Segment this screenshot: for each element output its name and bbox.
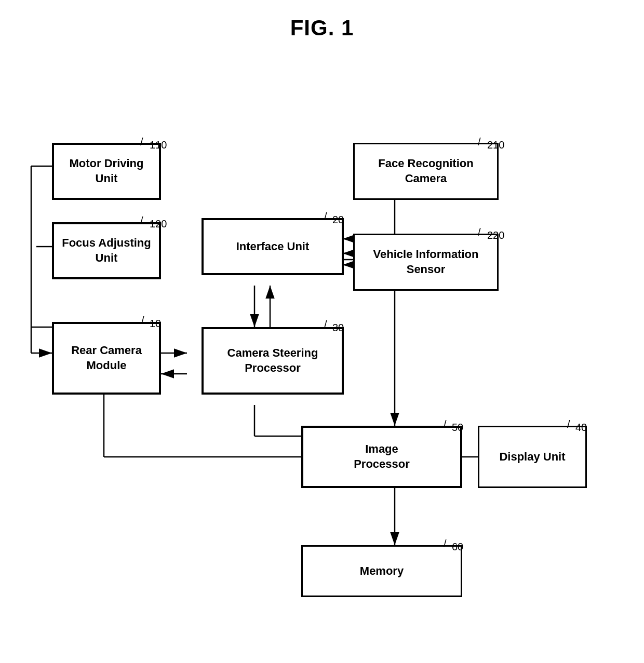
memory-ref: 60 bbox=[452, 541, 463, 553]
camera-steering-processor-ref: 30 bbox=[332, 322, 344, 334]
vehicle-information-sensor-ref: 220 bbox=[487, 229, 504, 241]
interface-unit-ref: 20 bbox=[332, 214, 344, 226]
image-processor-block: ImageProcessor bbox=[301, 426, 462, 488]
motor-driving-unit-ref: 110 bbox=[150, 139, 167, 151]
vehicle-information-sensor-block: Vehicle InformationSensor bbox=[353, 234, 499, 291]
face-recognition-camera-ref: 210 bbox=[487, 139, 504, 151]
focus-adjusting-unit-ref: 120 bbox=[150, 218, 167, 230]
camera-steering-processor-block: Camera SteeringProcessor bbox=[202, 327, 344, 395]
motor-driving-unit-block: Motor DrivingUnit bbox=[52, 143, 161, 200]
interface-unit-block: Interface Unit bbox=[202, 218, 344, 275]
image-processor-ref: 50 bbox=[452, 422, 463, 434]
rear-camera-module-ref: 10 bbox=[150, 318, 161, 330]
memory-block: Memory bbox=[301, 545, 462, 597]
face-recognition-camera-block: Face RecognitionCamera bbox=[353, 143, 499, 200]
page-title: FIG. 1 bbox=[0, 0, 644, 40]
display-unit-ref: 40 bbox=[575, 422, 587, 434]
rear-camera-module-block: Rear CameraModule bbox=[52, 322, 161, 395]
focus-adjusting-unit-block: Focus AdjustingUnit bbox=[52, 222, 161, 279]
display-unit-block: Display Unit bbox=[478, 426, 587, 488]
